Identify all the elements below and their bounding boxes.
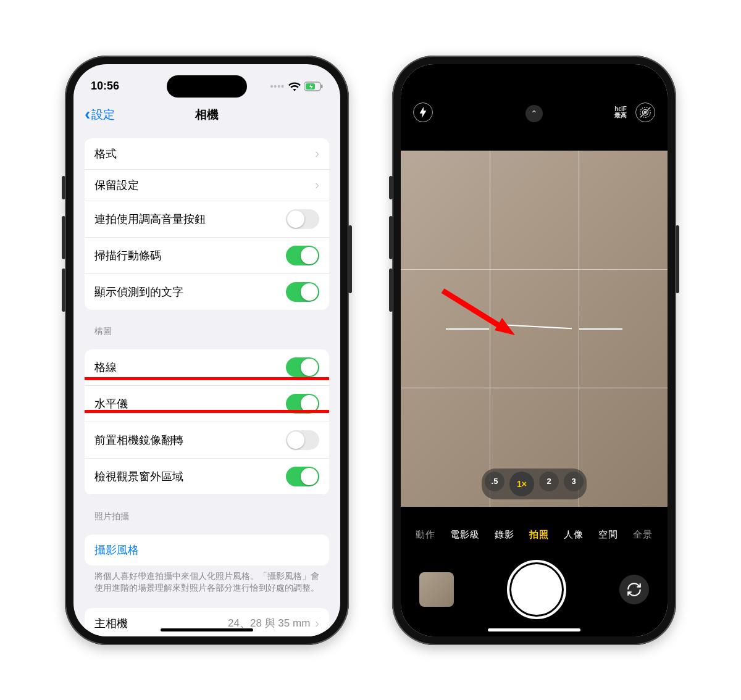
battery-icon [304, 81, 323, 91]
svg-rect-2 [321, 85, 323, 88]
dynamic-island [494, 75, 574, 98]
settings-group-style: 攝影風格 [85, 535, 329, 565]
toggle-level[interactable] [286, 394, 319, 414]
level-indicator [579, 328, 622, 330]
chevron-up-icon: ⌃ [530, 109, 538, 119]
zoom-2x[interactable]: 2 [539, 472, 559, 491]
toggle-live-text[interactable] [286, 282, 319, 302]
svg-line-6 [640, 107, 651, 117]
camera-mode-strip[interactable]: 動作 電影級 錄影 拍照 人像 空間 全景 [401, 529, 668, 541]
mode-pano[interactable]: 全景 [633, 529, 653, 541]
mode-video[interactable]: 錄影 [495, 529, 514, 541]
row-view-outside-frame: 檢視觀景窗外區域 [85, 459, 329, 495]
home-indicator[interactable] [488, 628, 580, 631]
phone-settings: 10:56 •••• ‹ 設定 [65, 56, 349, 645]
camera-bottom-bar [401, 564, 668, 615]
heif-badge[interactable]: hεiF 最高 [614, 106, 627, 119]
settings-group-general: 格式 › 保留設定 › 連拍使用調高音量按鈕 掃描行動條碼 [85, 138, 329, 310]
zoom-1x[interactable]: 1× [509, 472, 534, 496]
toggle-grid[interactable] [286, 357, 319, 377]
nav-back-button[interactable]: ‹ 設定 [85, 107, 115, 123]
zoom-selector: .5 1× 2 3 [482, 469, 587, 499]
section-header-capture: 照片拍攝 [85, 495, 329, 526]
camera-options-button[interactable]: ⌃ [525, 105, 543, 122]
chevron-right-icon: › [315, 178, 319, 192]
row-main-camera[interactable]: 主相機 24、28 與 35 mm › [85, 608, 329, 636]
toggle-view-outside-frame[interactable] [286, 467, 319, 486]
row-mirror-front: 前置相機鏡像翻轉 [85, 422, 329, 459]
row-live-text: 顯示偵測到的文字 [85, 274, 329, 310]
status-time: 10:56 [91, 80, 119, 93]
settings-group-main-camera: 主相機 24、28 與 35 mm › [85, 608, 329, 636]
mode-portrait[interactable]: 人像 [564, 529, 584, 541]
toggle-mirror-front[interactable] [286, 430, 319, 450]
svg-line-7 [443, 291, 503, 328]
flash-button[interactable] [413, 102, 433, 122]
camera-app: hεiF 最高 ⌃ [401, 64, 668, 636]
live-photo-button[interactable] [635, 102, 655, 122]
settings-group-composition: 格線 水平儀 前置相機鏡像翻轉 檢視觀景窗外區域 [85, 349, 329, 495]
chevron-right-icon: › [315, 616, 319, 630]
grid-line [401, 269, 668, 270]
mode-spatial[interactable]: 空間 [598, 529, 618, 541]
signal-dots: •••• [270, 81, 285, 91]
row-format[interactable]: 格式 › [85, 138, 329, 170]
page-title: 相機 [195, 107, 219, 123]
row-qr-scan: 掃描行動條碼 [85, 238, 329, 274]
phone-camera: hεiF 最高 ⌃ [392, 56, 676, 645]
zoom-3x[interactable]: 3 [564, 472, 584, 491]
row-preserve-settings[interactable]: 保留設定 › [85, 170, 329, 201]
footer-style: 將個人喜好帶進拍攝中來個人化照片風格。「攝影風格」會使用進階的場景理解來對照片各… [85, 565, 329, 594]
wifi-icon [288, 81, 301, 91]
flip-camera-button[interactable] [619, 575, 649, 604]
mode-photo[interactable]: 拍照 [529, 529, 549, 541]
grid-line [401, 388, 668, 388]
annotation-arrow [438, 286, 518, 344]
nav-back-label: 設定 [91, 107, 115, 123]
settings-content[interactable]: 格式 › 保留設定 › 連拍使用調高音量按鈕 掃描行動條碼 [73, 130, 340, 636]
chevron-left-icon: ‹ [85, 109, 90, 120]
row-level: 水平儀 [85, 386, 329, 422]
row-grid: 格線 [85, 349, 329, 386]
row-photographic-styles[interactable]: 攝影風格 [85, 535, 329, 565]
svg-marker-8 [495, 318, 515, 335]
settings-screen: 10:56 •••• ‹ 設定 [73, 64, 340, 636]
mode-motion[interactable]: 動作 [416, 529, 435, 541]
dynamic-island [167, 75, 247, 98]
zoom-0-5x[interactable]: .5 [485, 472, 504, 491]
home-indicator[interactable] [161, 628, 253, 631]
section-header-composition: 構圖 [85, 310, 329, 341]
chevron-right-icon: › [315, 146, 319, 160]
mode-cinematic[interactable]: 電影級 [450, 529, 480, 541]
row-burst-volume: 連拍使用調高音量按鈕 [85, 201, 329, 238]
toggle-burst-volume[interactable] [286, 209, 319, 229]
toggle-qr-scan[interactable] [286, 246, 319, 265]
nav-bar: ‹ 設定 相機 [73, 100, 340, 130]
camera-viewfinder[interactable]: .5 1× 2 3 [401, 151, 668, 507]
shutter-button[interactable] [511, 564, 562, 615]
gallery-thumbnail[interactable] [419, 572, 454, 607]
